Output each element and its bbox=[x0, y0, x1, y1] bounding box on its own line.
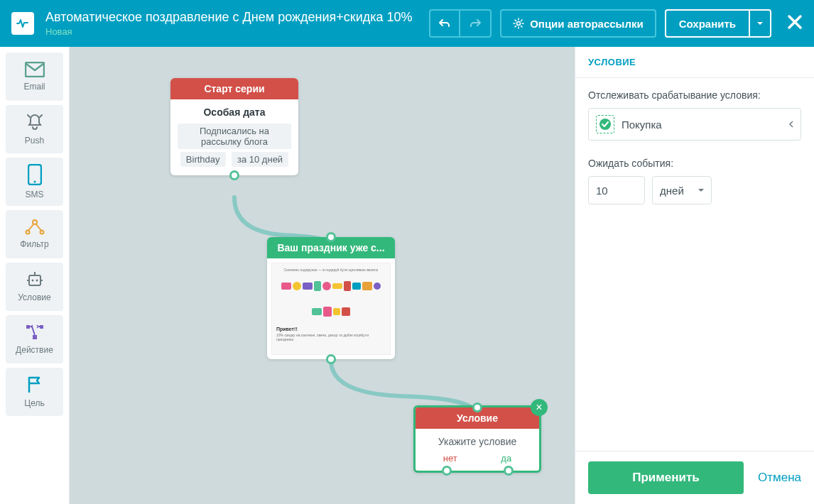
event-icon-wrap bbox=[596, 115, 614, 133]
party-icon bbox=[344, 281, 351, 291]
wait-value-input[interactable] bbox=[588, 176, 645, 204]
chip: за 10 дней bbox=[232, 152, 288, 167]
save-button[interactable]: Сохранить bbox=[665, 9, 750, 38]
preview-greeting: Привет!! bbox=[276, 327, 386, 332]
branch-yes: да bbox=[501, 453, 511, 464]
wait-unit-label: дней bbox=[660, 185, 684, 197]
party-icon bbox=[332, 283, 342, 289]
event-name: Покупка bbox=[622, 119, 782, 131]
sidebar-label: SMS bbox=[25, 190, 43, 199]
node-body: Особая дата Подписались на рассылку блог… bbox=[170, 99, 298, 175]
node-header: Старт серии bbox=[170, 78, 298, 99]
status-badge: Новая bbox=[45, 26, 420, 37]
svg-rect-7 bbox=[29, 275, 40, 285]
options-button[interactable]: Опции авторассылки bbox=[500, 9, 656, 38]
sidebar-label: Цель bbox=[24, 398, 44, 408]
party-icon bbox=[374, 283, 381, 290]
node-start[interactable]: Старт серии Особая дата Подписались на р… bbox=[170, 78, 298, 175]
app-logo bbox=[11, 12, 34, 35]
save-group: Сохранить bbox=[665, 9, 771, 38]
port-out[interactable] bbox=[229, 170, 239, 180]
undo-button[interactable] bbox=[429, 9, 460, 38]
sidebar-label: Email bbox=[23, 82, 45, 92]
flow-canvas[interactable]: Старт серии Особая дата Подписались на р… bbox=[70, 47, 575, 504]
svg-point-3 bbox=[33, 181, 36, 183]
chevron-left-icon bbox=[789, 121, 793, 128]
panel-heading: УСЛОВИЕ bbox=[575, 47, 814, 78]
sidebar-item-push[interactable]: Push bbox=[6, 105, 63, 153]
sidebar-item-email[interactable]: Email bbox=[6, 53, 63, 101]
panel-footer: Применить Отмена bbox=[575, 451, 814, 504]
chevron-down-icon bbox=[757, 22, 763, 26]
options-label: Опции авторассылки bbox=[530, 18, 644, 30]
preview-text: 10% скидку на сантехні, свечи, декор та … bbox=[276, 333, 386, 341]
filter-icon bbox=[24, 219, 45, 235]
pulse-icon bbox=[16, 16, 30, 31]
sidebar-item-filter[interactable]: Фильтр bbox=[6, 210, 63, 258]
email-preview: Сказкино подарунок — в подаруй бути щасл… bbox=[271, 263, 391, 355]
party-icon bbox=[322, 282, 331, 290]
party-icon bbox=[333, 308, 340, 315]
svg-point-0 bbox=[517, 22, 521, 26]
party-icon bbox=[314, 281, 321, 291]
port-out-yes[interactable] bbox=[504, 466, 514, 476]
undo-icon bbox=[438, 17, 451, 30]
sidebar-label: Push bbox=[25, 136, 44, 146]
sidebar-item-sms[interactable]: SMS bbox=[6, 158, 63, 206]
party-icon bbox=[312, 308, 322, 315]
delete-node-button[interactable]: × bbox=[531, 399, 548, 416]
flag-icon bbox=[26, 376, 43, 394]
yn-row: нет да bbox=[421, 453, 533, 464]
port-in[interactable] bbox=[472, 402, 482, 412]
redo-button[interactable] bbox=[460, 9, 492, 38]
svg-point-8 bbox=[31, 280, 33, 282]
svg-point-5 bbox=[26, 231, 29, 234]
app-header: Автоматическое поздравление с Днем рожде… bbox=[0, 0, 814, 47]
node-condition[interactable]: × Условие Укажите условие нет да bbox=[413, 405, 541, 473]
svg-point-13 bbox=[599, 119, 611, 130]
phone-icon bbox=[28, 164, 42, 185]
port-out[interactable] bbox=[326, 354, 336, 364]
sidebar: Email Push SMS Фильтр Условие Действие Ц… bbox=[0, 47, 70, 504]
party-icon bbox=[293, 282, 301, 290]
party-icon bbox=[352, 283, 361, 290]
node-subtitle: Особая дата bbox=[176, 106, 293, 118]
sidebar-label: Фильтр bbox=[20, 239, 48, 249]
sidebar-item-goal[interactable]: Цель bbox=[6, 368, 63, 416]
event-select[interactable]: Покупка bbox=[588, 108, 801, 141]
svg-rect-12 bbox=[33, 335, 37, 339]
svg-point-4 bbox=[33, 220, 37, 224]
sidebar-item-condition[interactable]: Условие bbox=[6, 263, 63, 311]
node-email[interactable]: Ваш праздник уже с... Сказкино подарунок… bbox=[267, 237, 395, 359]
branch-no: нет bbox=[443, 453, 457, 464]
party-icon bbox=[303, 283, 313, 290]
svg-point-6 bbox=[40, 231, 43, 234]
party-icon bbox=[281, 283, 291, 290]
save-dropdown[interactable] bbox=[750, 9, 771, 38]
svg-rect-10 bbox=[26, 325, 30, 329]
condition-prompt: Укажите условие bbox=[421, 436, 533, 447]
page-title: Автоматическое поздравление с Днем рожде… bbox=[45, 10, 420, 25]
cancel-button[interactable]: Отмена bbox=[758, 471, 801, 485]
node-body: Укажите условие нет да bbox=[416, 429, 539, 471]
sidebar-item-action[interactable]: Действие bbox=[6, 315, 63, 363]
chevron-down-icon bbox=[698, 189, 704, 192]
close-button[interactable] bbox=[787, 14, 803, 33]
party-icon bbox=[342, 307, 350, 316]
panel-body: Отслеживать срабатывание условия: Покупк… bbox=[575, 78, 814, 451]
party-icon bbox=[323, 307, 332, 317]
party-icon bbox=[362, 282, 372, 290]
check-circle-icon bbox=[599, 118, 612, 131]
svg-rect-11 bbox=[40, 325, 43, 329]
action-icon bbox=[25, 324, 45, 341]
robot-icon bbox=[25, 271, 45, 288]
apply-button[interactable]: Применить bbox=[588, 461, 744, 494]
chip: Подписались на рассылку блога bbox=[178, 124, 291, 149]
port-out-no[interactable] bbox=[442, 466, 452, 476]
port-in[interactable] bbox=[326, 232, 336, 242]
wait-unit-select[interactable]: дней bbox=[652, 176, 712, 204]
bell-icon bbox=[26, 113, 44, 131]
history-group bbox=[429, 9, 492, 38]
redo-icon bbox=[469, 17, 482, 30]
email-icon bbox=[25, 62, 45, 77]
